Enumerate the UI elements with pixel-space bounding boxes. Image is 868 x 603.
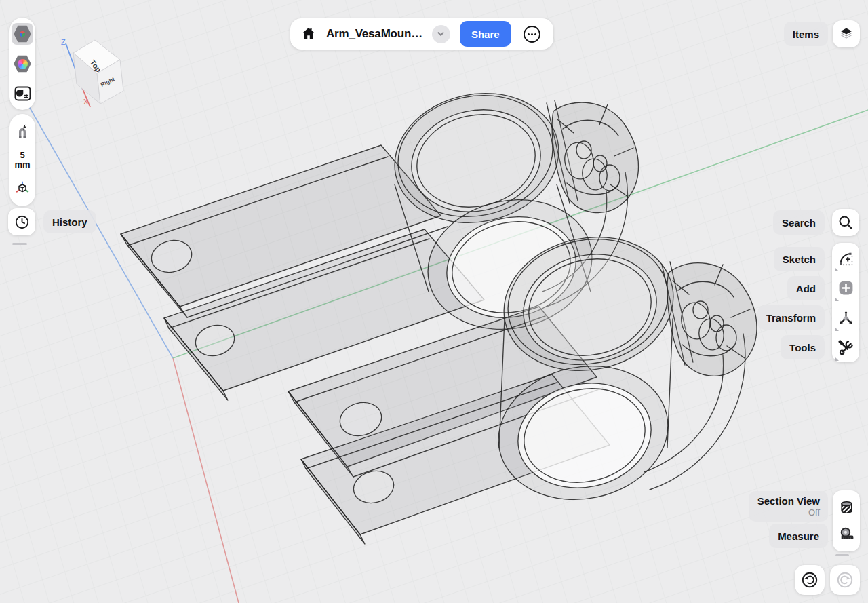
search-icon <box>837 214 854 231</box>
appearance-view-button[interactable] <box>9 49 35 79</box>
submenu-indicator <box>835 357 839 361</box>
solid-bodies-icon <box>14 25 31 43</box>
tools-label: Tools <box>781 335 825 359</box>
tools-button[interactable] <box>832 332 859 362</box>
inspect-tools-rail <box>833 490 860 551</box>
section-view-icon <box>838 499 855 516</box>
document-title[interactable]: Arm_VesaMoun… <box>326 27 422 41</box>
search-label: Search <box>773 210 825 235</box>
tools-wrench-icon <box>837 339 854 356</box>
ellipsis-circle-icon[interactable] <box>521 23 543 45</box>
redo-icon <box>835 570 854 589</box>
add-plus-icon <box>837 279 854 296</box>
measure-button[interactable] <box>838 526 855 543</box>
sketch-button[interactable] <box>832 243 859 273</box>
redo-button[interactable] <box>830 565 860 595</box>
submenu-indicator <box>835 327 839 331</box>
view-cube-x-label: X <box>83 98 89 106</box>
items-label: Items <box>784 22 828 46</box>
drawing-icon <box>14 86 31 101</box>
undo-icon <box>800 570 819 589</box>
undo-button[interactable] <box>795 565 825 595</box>
document-toolbar: Arm_VesaMoun… Share <box>290 18 553 50</box>
share-button[interactable]: Share <box>460 21 511 47</box>
color-wheel-icon <box>14 55 31 73</box>
items-panel-button[interactable] <box>833 20 860 47</box>
section-view-button[interactable] <box>838 499 855 516</box>
history-label: History <box>43 210 96 233</box>
3d-viewport[interactable]: Top Right Z X <box>0 0 868 603</box>
measure-label: Measure <box>769 524 828 548</box>
section-view-title: Section View <box>757 495 820 507</box>
grid-spacing-value[interactable]: 5 mm <box>9 147 35 174</box>
selected-highlight <box>12 23 33 45</box>
layers-icon <box>838 26 854 42</box>
transform-label: Transform <box>757 305 825 330</box>
add-button[interactable] <box>832 273 859 303</box>
solid-bodies-view-button[interactable] <box>9 19 35 49</box>
document-menu-button[interactable] <box>432 25 450 43</box>
bottom-rail-drag-handle[interactable] <box>835 554 849 556</box>
snap-toolbar: 5 mm <box>9 114 35 206</box>
transform-arrows-icon <box>837 309 854 326</box>
left-rail-drag-handle[interactable] <box>12 243 27 245</box>
submenu-indicator <box>835 267 839 271</box>
view-mode-toolbar <box>9 18 35 110</box>
orientation-axes-icon <box>14 180 31 197</box>
measure-tape-icon <box>838 526 855 543</box>
chevron-down-icon <box>435 28 446 39</box>
search-button[interactable] <box>832 209 859 236</box>
section-view-state: Off <box>757 507 820 518</box>
grid-spacing-number: 5 <box>20 151 24 160</box>
sketch-label: Sketch <box>774 247 825 271</box>
transform-button[interactable] <box>832 303 859 332</box>
history-clock-icon <box>14 214 31 231</box>
snap-magnet-icon <box>14 123 31 140</box>
sketch-arc-icon <box>837 250 854 267</box>
drawings-view-button[interactable] <box>9 79 35 109</box>
history-button[interactable] <box>8 208 35 235</box>
view-cube-z-label: Z <box>61 38 66 46</box>
grid-spacing-unit: mm <box>14 160 30 170</box>
snapping-toggle-button[interactable] <box>9 117 35 147</box>
cad-app-window: { "top_bar": { "title": "Arm_VesaMoun…",… <box>0 0 868 603</box>
grid-orientation-button[interactable] <box>9 174 35 203</box>
add-label: Add <box>787 276 825 300</box>
home-icon[interactable] <box>300 26 317 42</box>
submenu-indicator <box>835 297 839 301</box>
section-view-label: Section View Off <box>749 491 828 522</box>
modeling-tools-rail <box>832 243 859 362</box>
